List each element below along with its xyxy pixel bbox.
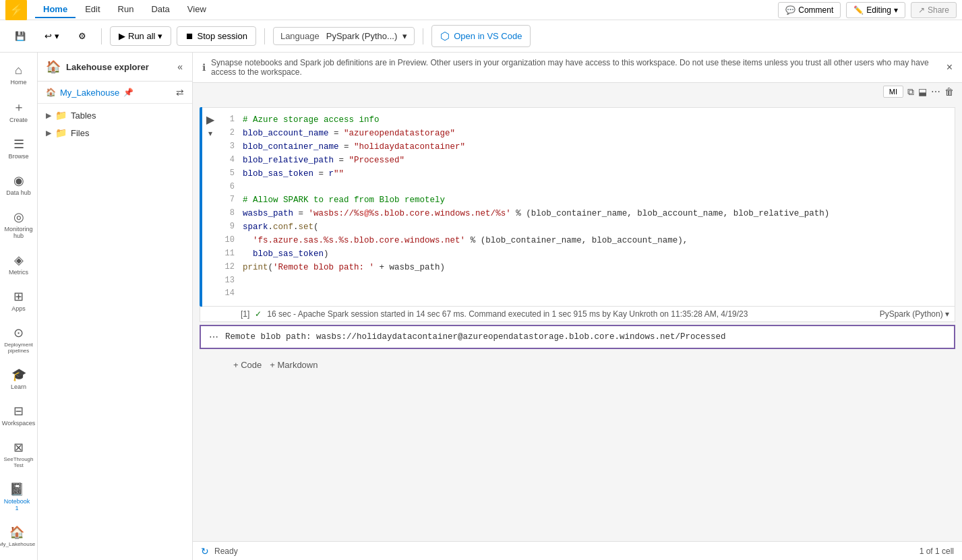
sidebar-item-browse[interactable]: ☰ Browse bbox=[2, 131, 36, 165]
tab-home[interactable]: Home bbox=[35, 1, 76, 18]
output-language-selector[interactable]: PySpark (Python) ▾ bbox=[880, 309, 949, 319]
toolbar-divider-3 bbox=[423, 28, 423, 44]
metrics-icon: ◈ bbox=[14, 253, 24, 268]
left-panel: 🏠 Lakehouse explorer « 🏠 My_Lakehouse 📌 … bbox=[38, 53, 193, 560]
sidebar-item-monitoring[interactable]: ◎ Monitoring hub bbox=[2, 204, 36, 245]
code-cell-content: 1 # Azure storage access info 2 blob_acc… bbox=[218, 107, 955, 307]
status-bar: ↻ Ready 1 of 1 cell bbox=[193, 541, 962, 560]
more-options-button[interactable]: ⋯ bbox=[931, 86, 940, 97]
run-all-icon: ▶ bbox=[119, 31, 125, 41]
lakehouse-header-icon: 🏠 bbox=[46, 59, 61, 74]
sidebar-label-workspaces: Workspaces bbox=[2, 420, 35, 427]
sidebar-item-notebook1[interactable]: 📓 Notebook 1 bbox=[0, 476, 34, 517]
sidebar-item-datahub[interactable]: ◉ Data hub bbox=[2, 168, 36, 201]
run-all-button[interactable]: ▶ Run all ▾ bbox=[110, 26, 171, 46]
monitoring-icon: ◎ bbox=[13, 210, 24, 224]
tab-edit[interactable]: Edit bbox=[77, 1, 108, 18]
learn-icon: 🎓 bbox=[11, 367, 26, 382]
run-all-label: Run all bbox=[128, 31, 155, 41]
stop-session-label: Stop session bbox=[197, 31, 247, 41]
sidebar-label-learn: Learn bbox=[11, 383, 26, 390]
add-code-cell-button[interactable]: + Code bbox=[233, 360, 262, 370]
stop-session-button[interactable]: ⏹ Stop session bbox=[177, 26, 255, 46]
settings-button[interactable]: ⚙ bbox=[71, 28, 93, 44]
output-language-label: PySpark (Python) ▾ bbox=[880, 309, 949, 319]
vscode-icon: ⬡ bbox=[440, 30, 450, 42]
undo-button[interactable]: ↩ ▾ bbox=[38, 28, 66, 44]
sidebar-item-apps[interactable]: ⊞ Apps bbox=[2, 284, 36, 317]
code-line-2: 2 blob_account_name = "azureopendatastor… bbox=[218, 127, 955, 140]
vscode-label: Open in VS Code bbox=[454, 31, 522, 41]
add-cell-area: + Code + Markdown bbox=[193, 354, 962, 375]
tab-view[interactable]: View bbox=[179, 1, 214, 18]
copy-cell-button[interactable]: ⧉ bbox=[907, 86, 914, 98]
sidebar-label-mylakehouse: My_Lakehouse bbox=[0, 541, 35, 547]
code-line-4: 4 blob_relative_path = "Processed" bbox=[218, 154, 955, 167]
lakehouse-name-label: My_Lakehouse bbox=[60, 88, 119, 98]
sidebar-item-home[interactable]: ⌂ Home bbox=[2, 58, 36, 91]
code-line-3: 3 blob_container_name = "holidaydatacont… bbox=[218, 140, 955, 154]
code-line-8: 8 wasbs_path = 'wasbs://%s@%s.blob.core.… bbox=[218, 207, 955, 220]
run-cell-button[interactable]: ▶ bbox=[206, 113, 214, 126]
sidebar-item-workspaces[interactable]: ⊟ Workspaces bbox=[2, 398, 36, 432]
sidebar-item-create[interactable]: ＋ Create bbox=[2, 94, 36, 129]
add-code-label: + Code bbox=[233, 360, 262, 370]
app-logo: ⚡ bbox=[5, 0, 27, 21]
open-vscode-button[interactable]: ⬡ Open in VS Code bbox=[431, 25, 531, 47]
delete-cell-button[interactable]: 🗑 bbox=[944, 86, 954, 97]
workspaces-icon: ⊟ bbox=[13, 404, 24, 418]
lakehouse-name-icon: 🏠 bbox=[46, 88, 56, 97]
undo-chevron: ▾ bbox=[55, 31, 59, 41]
save-button[interactable]: 💾 bbox=[8, 28, 32, 44]
lakehouse-pin-icon: 📌 bbox=[123, 88, 133, 97]
notebook1-icon: 📓 bbox=[9, 482, 24, 497]
sidebar-item-mylakehouse[interactable]: 🏠 My_Lakehouse bbox=[0, 520, 34, 553]
lakehouse-info: 🏠 My_Lakehouse 📌 ⇄ bbox=[38, 82, 192, 104]
status-icon: ↻ bbox=[201, 546, 209, 557]
collapse-panel-button[interactable]: « bbox=[176, 60, 184, 73]
stop-session-icon: ⏹ bbox=[185, 31, 194, 41]
sidebar-item-seethrough[interactable]: ⊠ SeeThrough Test bbox=[2, 435, 36, 474]
expand-cell-button[interactable]: ▾ bbox=[208, 129, 212, 138]
comment-button[interactable]: 💬 Comment bbox=[778, 2, 841, 18]
language-selector[interactable]: Language PySpark (Pytho...) ▾ bbox=[273, 27, 415, 45]
sidebar-label-metrics: Metrics bbox=[9, 269, 28, 276]
panel-controls: « bbox=[176, 60, 184, 73]
file-tree: ▶ 📁 Tables ▶ 📁 Files bbox=[38, 104, 192, 560]
files-chevron: ▶ bbox=[46, 129, 51, 137]
share-button[interactable]: ↗ Share bbox=[911, 2, 957, 18]
lakehouse-name-row: 🏠 My_Lakehouse 📌 bbox=[46, 88, 133, 98]
output-more-button[interactable]: ⋯ bbox=[209, 332, 218, 342]
code-line-5: 5 blob_sas_token = r"" bbox=[218, 167, 955, 181]
split-cell-button[interactable]: ⬓ bbox=[918, 86, 927, 97]
sidebar-label-apps: Apps bbox=[11, 305, 26, 312]
output-cell-number: [1] bbox=[241, 309, 249, 319]
sidebar-label-datahub: Data hub bbox=[6, 189, 31, 196]
output-timing-text: 16 sec - Apache Spark session started in… bbox=[267, 309, 748, 319]
tables-folder-icon: 📁 bbox=[55, 110, 67, 121]
sidebar-item-learn[interactable]: 🎓 Learn bbox=[2, 362, 36, 396]
mi-button[interactable]: MI bbox=[883, 86, 903, 98]
code-area: 1 # Azure storage access info 2 blob_acc… bbox=[218, 108, 955, 306]
info-bar-close-button[interactable]: × bbox=[946, 61, 953, 73]
add-markdown-cell-button[interactable]: + Markdown bbox=[270, 360, 318, 370]
share-icon: ↗ bbox=[918, 5, 925, 15]
tables-chevron: ▶ bbox=[46, 111, 51, 120]
tab-data[interactable]: Data bbox=[143, 1, 177, 18]
cell-count-text: 1 of 1 cell bbox=[920, 547, 954, 556]
output-check-icon: ✓ bbox=[255, 309, 262, 319]
tree-item-tables[interactable]: ▶ 📁 Tables bbox=[38, 106, 192, 124]
sidebar-item-deployment[interactable]: ⊙ Deployment pipelines bbox=[2, 320, 36, 359]
toolbar: 💾 ↩ ▾ ⚙ ▶ Run all ▾ ⏹ Stop session Langu… bbox=[0, 20, 962, 53]
top-bar-tabs: Home Edit Run Data View bbox=[35, 1, 214, 18]
tree-item-files[interactable]: ▶ 📁 Files bbox=[38, 124, 192, 142]
sidebar: ⌂ Home ＋ Create ☰ Browse ◉ Data hub ◎ Mo… bbox=[0, 53, 38, 560]
code-line-13: 13 bbox=[218, 274, 955, 287]
tables-label: Tables bbox=[71, 111, 96, 121]
tab-run[interactable]: Run bbox=[110, 1, 142, 18]
sidebar-label-deployment: Deployment pipelines bbox=[4, 342, 33, 354]
lakehouse-sync-button[interactable]: ⇄ bbox=[176, 87, 184, 98]
editing-label: Editing bbox=[866, 5, 891, 15]
editing-button[interactable]: ✏️ Editing ▾ bbox=[846, 2, 905, 18]
sidebar-item-metrics[interactable]: ◈ Metrics bbox=[2, 247, 36, 281]
